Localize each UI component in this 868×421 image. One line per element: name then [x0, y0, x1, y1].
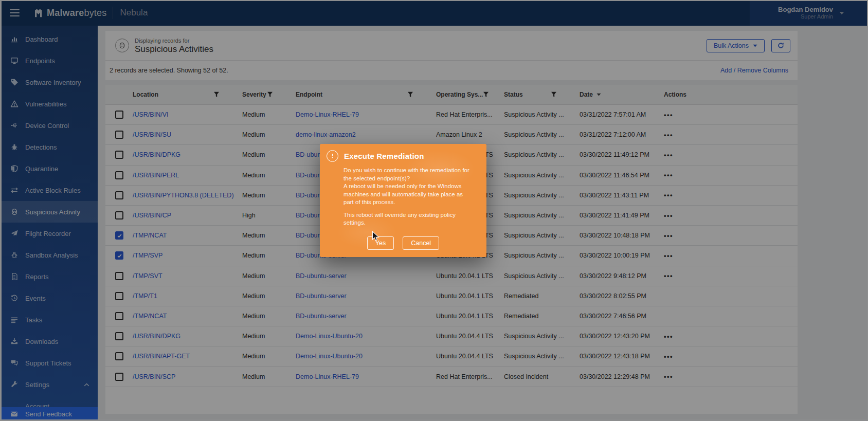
yes-button[interactable]: Yes [367, 236, 394, 250]
dialog-text-2: A reboot will be needed only for the Win… [343, 182, 474, 207]
dialog-text-3: This reboot will override any existing p… [343, 211, 474, 227]
dialog-title: Execute Remediation [344, 152, 424, 160]
execute-remediation-dialog: Execute Remediation Do you wish to conti… [320, 144, 486, 257]
cancel-button[interactable]: Cancel [403, 236, 439, 250]
dialog-text-1: Do you wish to continue with the remedia… [343, 167, 474, 182]
alert-icon [327, 150, 338, 162]
dialog-body: Do you wish to continue with the remedia… [320, 162, 486, 227]
app-window: Malwarebytes Nebula Bogdan Demidov Super… [0, 0, 868, 421]
